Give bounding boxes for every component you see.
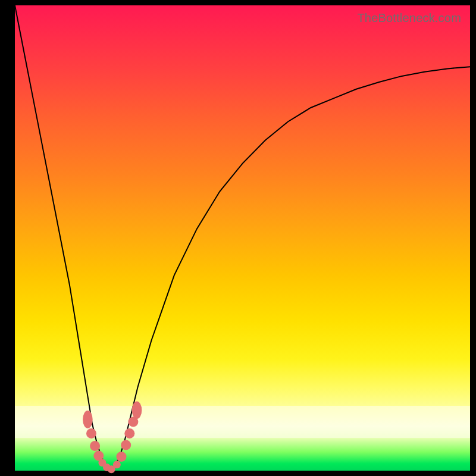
data-marker: [113, 461, 121, 468]
bottleneck-curve-svg: [15, 5, 470, 471]
bottleneck-curve: [15, 5, 470, 471]
data-marker: [124, 428, 134, 439]
plot-area: TheBottleneck.com: [15, 5, 470, 471]
data-marker: [132, 401, 142, 419]
data-marker: [121, 440, 131, 450]
data-marker: [117, 452, 127, 462]
chart-frame: TheBottleneck.com: [0, 0, 476, 476]
data-marker: [90, 441, 100, 451]
markers-group: [83, 401, 142, 473]
data-marker: [83, 411, 93, 428]
data-marker: [86, 428, 96, 439]
